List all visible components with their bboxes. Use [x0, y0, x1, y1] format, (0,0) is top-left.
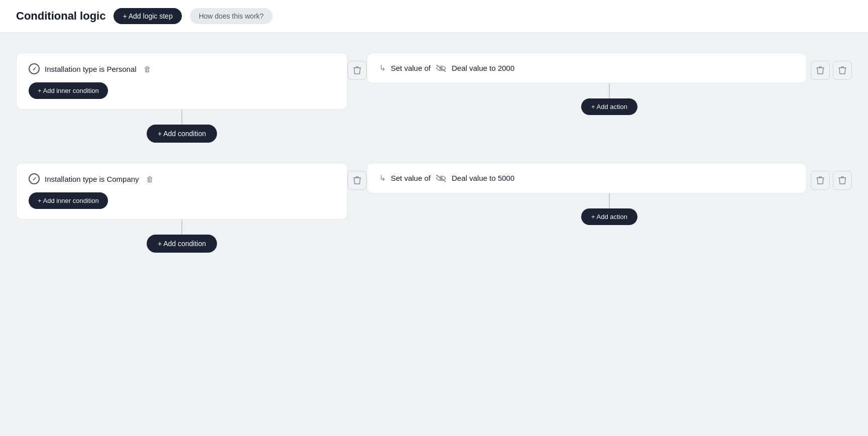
condition-label-1: Installation type is Personal — [45, 65, 137, 73]
add-action-button-2[interactable]: + Add action — [581, 208, 637, 225]
action-column-1: ↳ Set value of Deal value to 2000 — [367, 53, 852, 115]
add-inner-condition-button-2[interactable]: + Add inner condition — [29, 192, 108, 209]
action-text-before-1: Set value of — [391, 64, 430, 72]
condition-section-2: Installation type is Company 🗑 + Add inn… — [16, 163, 348, 253]
condition-section-1: Installation type is Personal 🗑 + Add in… — [16, 53, 348, 143]
action-text-before-2: Set value of — [391, 174, 430, 182]
connector-line-1 — [181, 110, 182, 125]
add-condition-button-1[interactable]: + Add condition — [147, 125, 217, 143]
trash-icon-svg — [353, 66, 361, 75]
action-trash-1a[interactable] — [811, 61, 830, 80]
header: Conditional logic + Add logic step How d… — [0, 0, 868, 33]
action-with-trash-1: ↳ Set value of Deal value to 2000 — [367, 53, 852, 83]
action-card-1: ↳ Set value of Deal value to 2000 — [367, 53, 807, 83]
action-trash-2a[interactable] — [811, 171, 830, 190]
action-text-after-1: Deal value to 2000 — [452, 64, 514, 72]
action-with-trash-2: ↳ Set value of Deal value to 5000 — [367, 163, 852, 193]
logic-row-2: Installation type is Company 🗑 + Add inn… — [16, 163, 852, 253]
action-trash-pair-2 — [807, 163, 852, 190]
action-trash-1b[interactable] — [833, 61, 852, 80]
condition-label-2: Installation type is Company — [45, 175, 139, 183]
add-logic-step-button[interactable]: + Add logic step — [114, 8, 181, 24]
action-trash-2b[interactable] — [833, 171, 852, 190]
condition-card-1: Installation type is Personal 🗑 + Add in… — [16, 53, 348, 110]
action-arrow-1: ↳ — [379, 63, 386, 73]
action-text-after-2: Deal value to 5000 — [452, 174, 514, 182]
trash-icon-svg — [353, 176, 361, 185]
action-card-2: ↳ Set value of Deal value to 5000 — [367, 163, 807, 193]
circle-check-icon-1 — [29, 63, 40, 74]
circle-check-icon-2 — [29, 173, 40, 184]
logic-row-1: Installation type is Personal 🗑 + Add in… — [16, 53, 852, 143]
action-trash-pair-1 — [807, 53, 852, 80]
eye-slash-icon-1 — [436, 64, 447, 72]
condition-row-2: Installation type is Company 🗑 — [29, 173, 335, 184]
page-title: Conditional logic — [16, 10, 105, 23]
page-wrapper: Conditional logic + Add logic step How d… — [0, 0, 868, 436]
how-does-this-work-button[interactable]: How does this work? — [190, 8, 273, 24]
add-condition-button-2[interactable]: + Add condition — [147, 235, 217, 253]
condition-card-2: Installation type is Company 🗑 + Add inn… — [16, 163, 348, 220]
condition-outer-trash-2[interactable] — [348, 171, 367, 190]
main-content: Installation type is Personal 🗑 + Add in… — [0, 33, 868, 273]
add-inner-condition-button-1[interactable]: + Add inner condition — [29, 82, 108, 99]
condition-delete-icon-2[interactable]: 🗑 — [146, 175, 154, 183]
action-column-2: ↳ Set value of Deal value to 5000 — [367, 163, 852, 225]
condition-delete-icon-1[interactable]: 🗑 — [144, 65, 151, 73]
action-connector-1 — [609, 83, 610, 98]
trash-svg — [838, 66, 846, 75]
trash-svg — [816, 176, 824, 185]
condition-row-1: Installation type is Personal 🗑 — [29, 63, 335, 74]
action-arrow-2: ↳ — [379, 173, 386, 183]
action-connector-2 — [609, 193, 610, 208]
trash-svg — [838, 176, 846, 185]
trash-svg — [816, 66, 824, 75]
connector-line-2 — [181, 220, 182, 235]
add-action-button-1[interactable]: + Add action — [581, 98, 637, 115]
condition-outer-trash-1[interactable] — [348, 61, 367, 80]
eye-slash-icon-2 — [436, 174, 447, 182]
